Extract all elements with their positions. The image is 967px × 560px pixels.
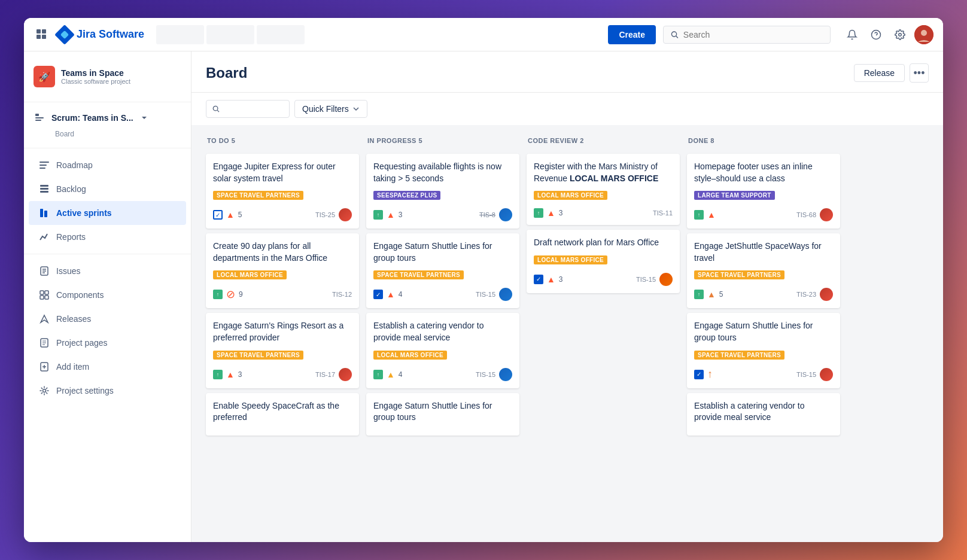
- story-type-icon: ✓: [694, 370, 704, 379]
- card-title: Engage Saturn Shuttle Lines for group to…: [373, 241, 512, 264]
- create-button[interactable]: Create: [608, 25, 656, 44]
- search-input[interactable]: [683, 30, 823, 39]
- priority-icon: ▲: [547, 208, 555, 218]
- nav-menu-item-1[interactable]: [156, 25, 204, 44]
- nav-menu-item-2[interactable]: [206, 25, 254, 44]
- svg-point-31: [43, 389, 46, 392]
- story-type-icon: ↑: [694, 290, 704, 299]
- card-label: SEESPACEEZ PLUS: [373, 191, 440, 200]
- card-id: TIS-23: [796, 291, 816, 298]
- card-footer: ✓ ▲ 5 TIS-25: [213, 208, 352, 221]
- sidebar-item-add-item[interactable]: Add item: [29, 355, 186, 379]
- nav-logo[interactable]: Jira Software: [57, 28, 144, 42]
- search-bar[interactable]: [663, 26, 831, 44]
- card-codereview-2[interactable]: Draft network plan for Mars Office LOCAL…: [527, 230, 680, 293]
- priority-icon: ▲: [707, 290, 716, 299]
- card-done-2[interactable]: Engage JetShuttle SpaceWays for travel S…: [687, 233, 840, 308]
- card-title: Engage Saturn Shuttle Lines for group to…: [373, 400, 512, 424]
- sidebar-item-components[interactable]: Components: [29, 283, 186, 307]
- board-search-icon: [212, 105, 220, 113]
- card-footer: ↑ ▲ 4 TIS-15: [373, 368, 512, 381]
- column-todo: TO DO 5 Engage Jupiter Express for outer…: [206, 135, 359, 532]
- card-label: LOCAL MARS OFFICE: [373, 351, 447, 360]
- more-options-button[interactable]: •••: [910, 63, 929, 83]
- card-codereview-1[interactable]: Register with the Mars Ministry of Reven…: [527, 154, 680, 225]
- card-title: Engage Saturn Shuttle Lines for group to…: [694, 320, 833, 343]
- card-label: LOCAL MARS OFFICE: [213, 270, 287, 279]
- top-nav: Jira Software Create: [24, 18, 943, 51]
- svg-rect-1: [42, 29, 46, 34]
- user-avatar[interactable]: [914, 25, 933, 44]
- sidebar-item-project-settings[interactable]: Project settings: [29, 379, 186, 403]
- quick-filters-button[interactable]: Quick Filters: [294, 100, 367, 118]
- card-inprogress-3[interactable]: Establish a catering vendor to provide m…: [366, 313, 519, 388]
- card-points: 3: [399, 211, 403, 219]
- board-search-input[interactable]: [223, 104, 283, 114]
- card-id: TIS-15: [636, 276, 656, 283]
- release-button[interactable]: Release: [854, 64, 905, 82]
- story-type-icon: ✓: [373, 290, 383, 299]
- sidebar-item-project-pages[interactable]: Project pages: [29, 331, 186, 355]
- card-todo-3[interactable]: Engage Saturn's Rings Resort as a prefer…: [206, 313, 359, 388]
- card-avatar: [339, 368, 352, 381]
- story-type-icon: ✓: [534, 275, 543, 284]
- card-points: 5: [719, 290, 723, 299]
- card-done-1[interactable]: Homepage footer uses an inline style–sho…: [687, 154, 840, 229]
- card-points: 4: [399, 290, 403, 299]
- card-title: Engage Saturn's Rings Resort as a prefer…: [213, 320, 352, 343]
- svg-rect-23: [40, 291, 44, 294]
- svg-rect-25: [40, 296, 44, 299]
- priority-icon: ▲: [226, 370, 235, 379]
- card-avatar: [659, 273, 673, 286]
- card-label: SPACE TRAVEL PARTNERS: [694, 351, 784, 360]
- card-inprogress-1[interactable]: Requesting available flights is now taki…: [366, 154, 519, 229]
- card-inprogress-2[interactable]: Engage Saturn Shuttle Lines for group to…: [366, 233, 519, 308]
- project-header[interactable]: 🚀 Teams in Space Classic software projec…: [24, 61, 191, 97]
- card-inprogress-4[interactable]: Engage Saturn Shuttle Lines for group to…: [366, 393, 519, 436]
- sidebar-item-active-sprints[interactable]: Active sprints: [29, 201, 186, 225]
- board-search[interactable]: [206, 100, 290, 118]
- card-label: LOCAL MARS OFFICE: [534, 191, 607, 200]
- card-done-3[interactable]: Engage Saturn Shuttle Lines for group to…: [687, 313, 840, 388]
- card-todo-4[interactable]: Enable Speedy SpaceCraft as the preferre…: [206, 393, 359, 436]
- board-title: Board: [206, 65, 247, 91]
- card-points: 3: [559, 275, 563, 284]
- card-avatar: [820, 368, 833, 381]
- svg-rect-2: [37, 35, 41, 39]
- board-section[interactable]: Scrum: Teams in S...: [24, 107, 191, 129]
- blocked-icon: ⊘: [226, 288, 235, 301]
- story-type-icon: ↑: [373, 210, 383, 220]
- help-icon[interactable]: [866, 25, 886, 44]
- nav-menu-item-3[interactable]: [257, 25, 305, 44]
- card-points: 4: [399, 370, 403, 379]
- card-footer: ↑ ▲ 5 TIS-23: [694, 288, 833, 301]
- project-name: Teams in Space: [61, 68, 130, 78]
- sidebar-divider-2: [24, 148, 191, 148]
- card-footer: ✓ ▲ 4 TIS-15: [373, 288, 512, 301]
- sidebar-item-reports[interactable]: Reports: [29, 225, 186, 249]
- card-todo-1[interactable]: Engage Jupiter Express for outer solar s…: [206, 154, 359, 229]
- story-type-icon: ↑: [534, 208, 543, 218]
- card-avatar: [339, 208, 352, 221]
- column-todo-header: TO DO 5: [206, 135, 359, 149]
- sidebar-item-issues[interactable]: Issues: [29, 259, 186, 283]
- card-footer: ✓ ▲ 3 TIS-15: [534, 273, 673, 286]
- card-todo-2[interactable]: Create 90 day plans for all departments …: [206, 233, 359, 308]
- card-done-4[interactable]: Establish a catering vendor to provide m…: [687, 393, 840, 436]
- story-type-icon: ↑: [373, 370, 383, 379]
- settings-icon[interactable]: [890, 25, 910, 44]
- grid-icon[interactable]: [34, 26, 50, 43]
- card-avatar: [499, 288, 512, 301]
- board-content: Board Release ••• Quick Filters: [191, 51, 943, 542]
- card-id: TIS-12: [332, 291, 352, 298]
- sidebar-item-roadmap[interactable]: Roadmap: [29, 153, 186, 177]
- project-avatar: 🚀: [34, 66, 55, 87]
- card-id: TIS-8: [479, 211, 495, 218]
- card-title: Register with the Mars Ministry of Reven…: [534, 161, 673, 184]
- sidebar-item-releases[interactable]: Releases: [29, 307, 186, 331]
- column-done-header: DONE 8: [687, 135, 840, 149]
- notifications-icon[interactable]: [843, 25, 862, 44]
- backlog-icon: [38, 183, 50, 195]
- card-id: TIS-15: [796, 371, 816, 378]
- sidebar-item-backlog[interactable]: Backlog: [29, 177, 186, 201]
